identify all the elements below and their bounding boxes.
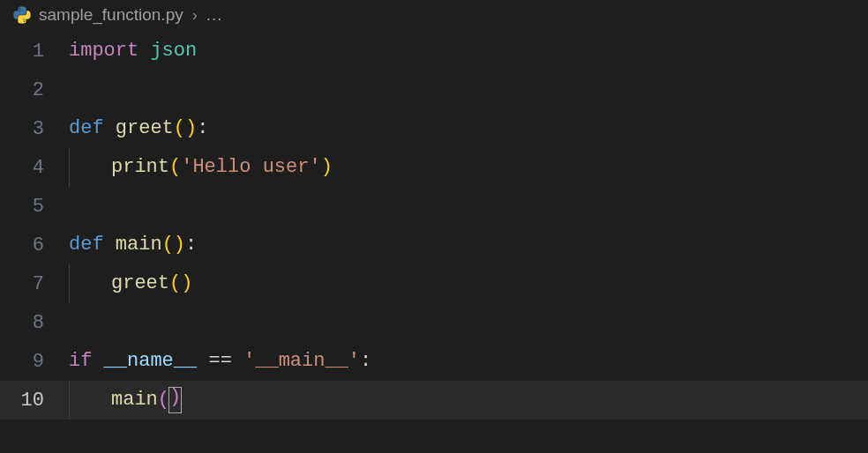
code-content[interactable]: print('Hello user'): [69, 148, 333, 187]
code-content[interactable]: greet(): [69, 264, 192, 303]
line-number: 5: [0, 196, 69, 218]
code-line[interactable]: 1 import json: [0, 32, 868, 71]
line-number: 9: [0, 351, 69, 373]
code-content[interactable]: if __name__ == '__main__':: [69, 352, 371, 371]
line-number: 7: [0, 273, 69, 295]
code-line[interactable]: 5: [0, 187, 868, 226]
code-content[interactable]: def main():: [69, 235, 197, 255]
code-content[interactable]: main(): [69, 381, 182, 420]
code-line[interactable]: 6 def main():: [0, 226, 868, 264]
code-editor[interactable]: 1 import json 2 3 def greet(): 4 print('…: [0, 30, 868, 420]
line-number: 8: [0, 312, 69, 334]
code-line[interactable]: 2: [0, 71, 868, 109]
cursor: ): [168, 387, 182, 413]
indent-guide: [69, 148, 111, 187]
breadcrumb-file[interactable]: sample_function.py: [12, 5, 183, 25]
line-number: 4: [0, 157, 69, 179]
chevron-right-icon: ›: [192, 6, 198, 25]
line-number: 6: [0, 234, 69, 256]
line-number: 10: [0, 390, 69, 412]
code-line[interactable]: 4 print('Hello user'): [0, 148, 868, 187]
breadcrumb[interactable]: sample_function.py › ...: [0, 0, 868, 30]
code-line[interactable]: 7 greet(): [0, 264, 868, 303]
code-line[interactable]: 9 if __name__ == '__main__':: [0, 342, 868, 381]
breadcrumb-filename: sample_function.py: [39, 5, 183, 25]
code-content[interactable]: import json: [69, 41, 197, 61]
python-icon: [12, 5, 32, 25]
line-number: 2: [0, 79, 69, 101]
indent-guide: [69, 381, 111, 420]
line-number: 1: [0, 41, 69, 63]
code-line[interactable]: 8: [0, 303, 868, 342]
line-number: 3: [0, 118, 69, 140]
indent-guide: [69, 264, 111, 303]
code-line[interactable]: 3 def greet():: [0, 109, 868, 148]
code-line-active[interactable]: 10 main(): [0, 381, 868, 420]
code-content[interactable]: def greet():: [69, 119, 208, 138]
breadcrumb-ellipsis[interactable]: ...: [206, 5, 223, 25]
